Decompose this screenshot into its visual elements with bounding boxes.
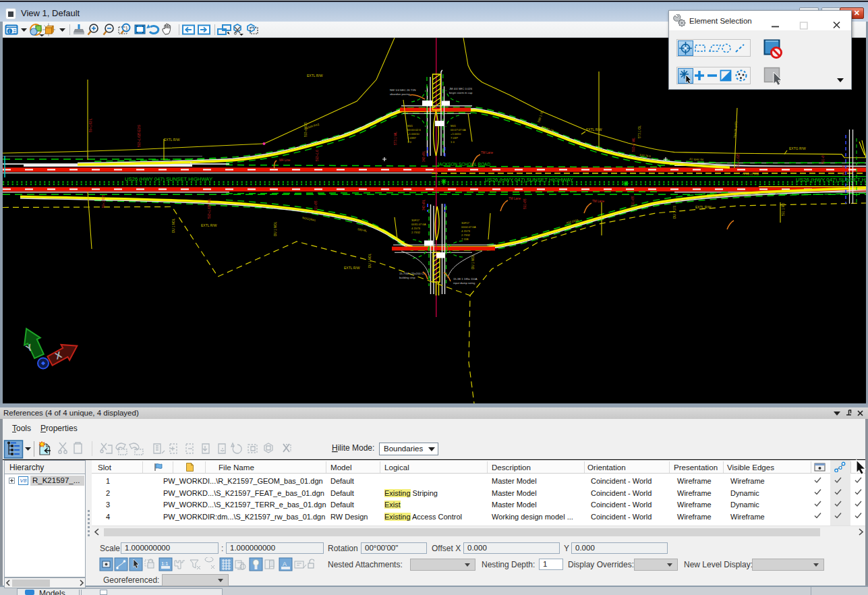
svg-text:TM Lane: TM Lane [592, 200, 605, 203]
svg-text:i: i [9, 29, 9, 34]
svg-text:591+85: 591+85 [842, 165, 846, 175]
svg-text:7.11B: 7.11B [461, 237, 469, 241]
svg-text:593+1.6: 593+1.6 [316, 150, 319, 161]
svg-text:TM Lane: TM Lane [509, 197, 521, 200]
svg-text:1 0: 1 0 [451, 140, 455, 144]
svg-text:0004.07.6A: 0004.07.6A [461, 225, 476, 229]
svg-text:4.1573: 4.1573 [461, 229, 470, 233]
svg-text:4.1573: 4.1573 [411, 227, 420, 230]
svg-text:591+85: 591+85 [523, 198, 527, 209]
svg-text:DU 1 NOL: DU 1 NOL [368, 253, 372, 268]
svg-text:593+1.625: 593+1.625 [736, 153, 740, 168]
svg-text:1 0: 1 0 [407, 140, 411, 144]
svg-text:DU 1 NOL: DU 1 NOL [274, 221, 277, 236]
svg-text:5T3.1 OL: 5T3.1 OL [638, 125, 641, 138]
svg-text:591+85: 591+85 [314, 200, 318, 211]
svg-text:00:07:07.6A: 00:07:07.6A [451, 128, 466, 132]
svg-text:593+1.625 E2/S: 593+1.625 E2/S [138, 125, 141, 147]
svg-text:US26 (HWY 047) SUNSET HIGHWAY: US26 (HWY 047) SUNSET HIGHWAY [485, 177, 573, 183]
svg-text:591+8: 591+8 [821, 155, 825, 164]
svg-text:EXTL R/W: EXTL R/W [201, 223, 217, 227]
svg-text:593+1 WL: 593+1 WL [632, 137, 635, 152]
svg-text:59+1.62 L: 59+1.62 L [89, 118, 92, 132]
svg-text:0031.07.6A: 0031.07.6A [411, 223, 426, 226]
svg-text:591 1 RD: 591 1 RD [782, 202, 785, 216]
svg-text:M41: M41 [407, 124, 413, 128]
svg-text:TM Lane: TM Lane [481, 151, 494, 154]
svg-text:EXTG R/W: EXTG R/W [789, 146, 806, 150]
svg-text:Hilite Mode:: Hilite Mode: [332, 443, 374, 453]
svg-text:593+1.625 WL: 593+1.625 WL [208, 198, 211, 219]
svg-text:59+1.625: 59+1.625 [102, 194, 105, 208]
svg-text:A: A [283, 561, 287, 567]
svg-text:343+RL: 343+RL [422, 150, 426, 162]
svg-text:00:00:02.6: 00:00:02.6 [407, 128, 421, 132]
svg-text:begin storm m cap: begin storm m cap [449, 91, 473, 94]
svg-text:DU 1 NOL: DU 1 NOL [172, 218, 175, 233]
svg-text:EXTL R/W: EXTL R/W [164, 138, 180, 142]
svg-text:building strip: building strip [399, 276, 415, 279]
svg-text:15-75M +25x200 CO: 15-75M +25x200 CO [399, 272, 426, 275]
svg-text:7.03P: 7.03P [451, 136, 458, 140]
svg-text:5T3.1 WL: 5T3.1 WL [394, 132, 397, 145]
svg-text:+1.00010: +1.00010 [407, 132, 419, 136]
svg-text:343+RL: 343+RL [422, 199, 426, 210]
svg-text:1:1: 1:1 [161, 561, 168, 567]
svg-text:US26 (HWY 047) SUNSET HIGHWAY: US26 (HWY 047) SUNSET HIGHWAY [125, 176, 212, 182]
svg-text:EXTL R/W: EXTL R/W [695, 205, 712, 209]
svg-text:DU 1 170: DU 1 170 [673, 205, 676, 219]
svg-text:+1.0010: +1.0010 [451, 132, 461, 136]
svg-text:M4 Line: M4 Line [279, 159, 291, 162]
svg-text:JM 4/4 SEC 0.026: JM 4/4 SEC 0.026 [449, 87, 473, 90]
svg-text:EXTL R/W: EXTL R/W [586, 128, 602, 132]
svg-text:2.7332: 2.7332 [411, 231, 420, 234]
svg-text:30F17: 30F17 [461, 221, 470, 225]
svg-text:+1 A0 22.509: +1 A0 22.509 [742, 172, 759, 175]
svg-text:JACKSON SCHOOL ROAD: JACKSON SCHOOL ROAD [437, 161, 490, 167]
svg-text:US26 (HWY 047) SUNSET HIGHWA: US26 (HWY 047) SUNSET HIGHWA [796, 177, 866, 183]
svg-text:abandon paving: abandon paving [390, 92, 410, 96]
svg-text:EXTL R/W: EXTL R/W [344, 266, 360, 270]
svg-text:591+85: 591+85 [631, 196, 635, 206]
svg-text:2.7332: 2.7332 [461, 233, 470, 237]
svg-text:15-3E 1 185x 110A: 15-3E 1 185x 110A [453, 277, 478, 281]
svg-text:NW 1/4 SEC 26 T1N: NW 1/4 SEC 26 T1N [390, 88, 416, 92]
svg-text:DU 1 NOL: DU 1 NOL [471, 254, 475, 269]
svg-text:1.0387: 1.0387 [407, 136, 416, 140]
svg-text:M41: M41 [451, 124, 457, 128]
svg-text:EXTL R/W: EXTL R/W [307, 74, 323, 78]
svg-text:30F17: 30F17 [411, 219, 420, 222]
svg-text:input damp rating: input damp rating [453, 281, 475, 285]
